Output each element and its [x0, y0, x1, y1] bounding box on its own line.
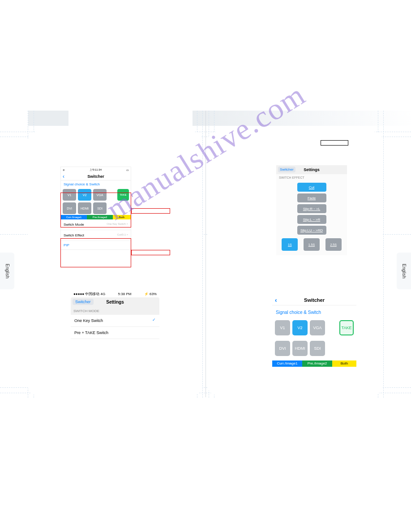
signal-sdi-button[interactable]: SDI — [310, 341, 325, 356]
section-signal-choice[interactable]: Signal choice & Switch — [61, 180, 131, 188]
option-pre-take-switch[interactable]: Pre + TAKE Switch — [71, 327, 159, 339]
battery-icon: ▭ — [126, 168, 129, 172]
carrier-label: ●●●●● 中国移动 4G — [73, 292, 105, 296]
signal-v1-button[interactable]: V1 — [275, 320, 290, 335]
back-icon[interactable]: ‹ — [63, 173, 64, 180]
back-button[interactable]: Switcher — [278, 167, 295, 172]
speed-25s-button[interactable]: 2.5S — [325, 238, 342, 251]
callout-box-switch-rows — [60, 238, 131, 267]
signal-vga-button[interactable]: VGA — [310, 320, 325, 335]
side-tab-left: English — [0, 253, 14, 289]
speed-15s-button[interactable]: 1.5S — [304, 238, 320, 251]
screenshot-switch-effect: Switcher Settings SWITCH EFFECT Cut Fade… — [276, 165, 347, 255]
section-switch-mode: SWITCH MODE — [71, 307, 159, 315]
side-tab-right: English — [397, 253, 411, 289]
signal-row-1: V1 V2 VGA TAKE — [272, 319, 356, 336]
effect-slip-lurd-button[interactable]: Slip:LU－>RD — [297, 226, 326, 235]
section-signal-choice[interactable]: Signal choice & Switch — [272, 305, 356, 319]
signal-icon: ✈ — [63, 168, 65, 172]
status-time: 上午11:34 — [90, 168, 102, 172]
signal-row-2: DVI HDMI SDI — [272, 340, 356, 357]
tag-bar: Curr./Image1 Pre./Image2 Both — [272, 360, 356, 367]
effect-cut-button[interactable]: Cut — [297, 183, 326, 192]
take-button[interactable]: TAKE — [339, 320, 354, 335]
callout-label-signals — [131, 208, 170, 214]
signal-v2-button[interactable]: V2 — [292, 320, 308, 335]
nav-bar: Switcher Settings — [276, 165, 347, 174]
tag-preview[interactable]: Pre./Image2 — [302, 360, 332, 367]
guide-v — [383, 111, 384, 398]
nav-bar: Switcher Settings — [71, 297, 159, 307]
option-one-key-switch-label: One Key Switch — [74, 318, 103, 323]
nav-title: Switcher — [272, 295, 356, 305]
screenshot-switch-mode: ●●●●● 中国移动 4G 5:38 PM 63% Switcher Setti… — [71, 290, 159, 339]
side-tab-right-label: English — [402, 264, 407, 279]
row-switch-effect-value: Cut/0.1 > — [117, 233, 128, 237]
status-bar: ●●●●● 中国移动 4G 5:38 PM 63% — [71, 290, 159, 297]
signal-hdmi-button[interactable]: HDMI — [292, 341, 308, 356]
battery-label: 63% — [144, 292, 157, 296]
status-bar: ✈ 上午11:34 ▭ — [61, 167, 131, 172]
speed-row: 1S 1.5S 2.5S — [276, 236, 347, 255]
nav-bar: ‹ Switcher — [272, 295, 356, 305]
speed-1s-button[interactable]: 1S — [282, 238, 298, 251]
signal-dvi-button[interactable]: DVI — [275, 341, 290, 356]
small-black-box — [321, 140, 348, 146]
callout-label-switch-rows — [131, 250, 170, 255]
back-button[interactable]: Switcher — [73, 299, 94, 305]
option-pre-take-switch-label: Pre + TAKE Switch — [74, 330, 108, 335]
nav-bar: ‹ Switcher — [61, 172, 131, 180]
section-switch-effect: SWITCH EFFECT — [276, 174, 347, 181]
effect-fade-button[interactable]: Fade — [297, 193, 326, 202]
option-one-key-switch[interactable]: One Key Switch ✓ — [71, 315, 159, 327]
page-divider — [206, 111, 206, 397]
tag-both[interactable]: Both — [332, 360, 356, 367]
tag-current[interactable]: Curr./Image1 — [272, 360, 302, 367]
side-tab-left-label: English — [5, 264, 10, 279]
nav-title: Switcher — [61, 172, 131, 180]
guide-v — [202, 111, 203, 398]
effect-slip-lr-button[interactable]: Slip:L－>R — [297, 215, 326, 224]
row-switch-effect-label: Switch Effect — [64, 233, 84, 237]
status-time: 5:38 PM — [118, 292, 132, 296]
checkmark-icon: ✓ — [152, 317, 156, 322]
bg-shape-left — [28, 111, 68, 126]
back-icon[interactable]: ‹ — [275, 296, 277, 304]
effect-slip-rl-button[interactable]: Slip:R－>L — [297, 204, 326, 213]
screenshot-switcher-large: ‹ Switcher Signal choice & Switch V1 V2 … — [272, 295, 356, 367]
callout-box-signals — [60, 193, 131, 227]
